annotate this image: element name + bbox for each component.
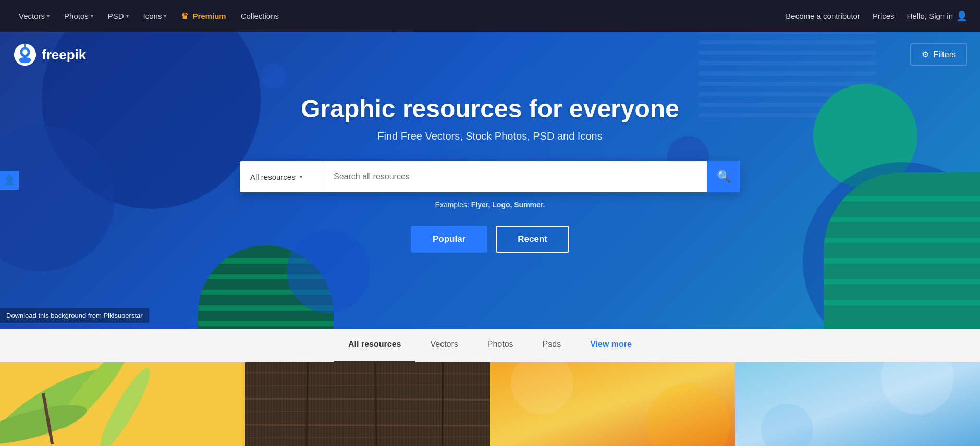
- hero-buttons: Popular Recent: [411, 226, 569, 253]
- hero-title: Graphic resources for everyone: [301, 94, 679, 123]
- tab-view-more[interactable]: View more: [575, 329, 646, 362]
- thumbnail-3[interactable]: [490, 362, 735, 446]
- crown-icon: ♛: [181, 11, 188, 21]
- nav-psd-label: PSD: [108, 11, 124, 20]
- nav-photos-label: Photos: [64, 11, 89, 20]
- nav-vectors-chevron: ▾: [47, 13, 50, 19]
- thumbnails-row: [0, 362, 980, 446]
- tab-photos[interactable]: Photos: [473, 329, 528, 362]
- search-type-label: All resources: [250, 172, 296, 181]
- nav-item-psd[interactable]: PSD ▾: [102, 7, 135, 24]
- examples-prefix: Examples:: [435, 201, 469, 209]
- top-navigation: Vectors ▾ Photos ▾ PSD ▾ Icons ▾ ♛ Premi…: [0, 0, 980, 32]
- category-tabs: All resources Vectors Photos Psds View m…: [0, 329, 980, 362]
- logo-area[interactable]: freepik: [13, 42, 86, 67]
- search-type-dropdown[interactable]: All resources ▾: [240, 161, 323, 192]
- examples-values: Flyer, Logo, Summer.: [471, 201, 545, 209]
- user-widget-left[interactable]: 👤: [0, 171, 19, 190]
- recent-button[interactable]: Recent: [496, 226, 569, 253]
- deco-circle-mid: [287, 230, 370, 313]
- search-examples: Examples: Flyer, Logo, Summer.: [435, 201, 545, 209]
- user-icon: 👤: [956, 10, 967, 22]
- tab-all-resources[interactable]: All resources: [334, 329, 415, 362]
- nav-prices[interactable]: Prices: [873, 11, 895, 20]
- nav-item-photos[interactable]: Photos ▾: [58, 7, 100, 24]
- thumbnail-1[interactable]: [0, 362, 245, 446]
- svg-point-23: [19, 57, 31, 64]
- nav-icons-chevron: ▾: [164, 13, 166, 19]
- svg-point-22: [22, 49, 28, 55]
- nav-left: Vectors ▾ Photos ▾ PSD ▾ Icons ▾ ♛ Premi…: [13, 7, 786, 25]
- filters-button[interactable]: ⚙ Filters: [910, 43, 967, 66]
- thumb-4-image: [735, 362, 980, 446]
- logo-text: freepik: [42, 47, 86, 63]
- thumb-1-image: [0, 362, 245, 446]
- thumbnail-4[interactable]: [735, 362, 980, 446]
- nav-vectors-label: Vectors: [19, 11, 45, 20]
- nav-premium-label: Premium: [192, 11, 226, 20]
- search-bar: All resources ▾ 🔍: [240, 161, 740, 192]
- nav-right: Become a contributor Prices Hello, Sign …: [786, 10, 967, 22]
- nav-sign-in[interactable]: Hello, Sign in 👤: [907, 10, 967, 22]
- filters-label: Filters: [933, 50, 956, 59]
- nav-psd-chevron: ▾: [126, 13, 129, 19]
- thumb-2-overlay: [245, 362, 490, 446]
- nav-item-vectors[interactable]: Vectors ▾: [13, 7, 56, 24]
- user-widget-icon: 👤: [4, 175, 15, 186]
- nav-item-collections[interactable]: Collections: [235, 7, 285, 24]
- nav-become-contributor[interactable]: Become a contributor: [786, 11, 860, 20]
- search-button[interactable]: 🔍: [707, 161, 740, 192]
- svg-point-25: [24, 43, 26, 45]
- tab-vectors[interactable]: Vectors: [415, 329, 472, 362]
- search-dropdown-chevron: ▾: [300, 174, 302, 180]
- hero-content: Graphic resources for everyone Find Free…: [301, 94, 679, 161]
- hero-section: freepik ⚙ Filters 👤 Graphic resources fo…: [0, 32, 980, 329]
- deco-circle-sm2: [261, 63, 287, 89]
- freepik-logo-icon: [13, 42, 38, 67]
- nav-icons-label: Icons: [143, 11, 162, 20]
- popular-button[interactable]: Popular: [411, 226, 487, 253]
- thumbnail-2[interactable]: [245, 362, 490, 446]
- nav-photos-chevron: ▾: [91, 13, 93, 19]
- bg-credit: Download this background from Pikisupers…: [0, 308, 149, 323]
- filters-icon: ⚙: [922, 49, 929, 59]
- deco-quarter-teal: [824, 172, 980, 329]
- nav-item-premium[interactable]: ♛ Premium: [175, 7, 232, 25]
- nav-item-icons[interactable]: Icons ▾: [137, 7, 173, 24]
- search-input[interactable]: [323, 161, 707, 192]
- search-icon: 🔍: [717, 170, 731, 183]
- nav-collections-label: Collections: [241, 11, 279, 20]
- hero-subtitle: Find Free Vectors, Stock Photos, PSD and…: [301, 130, 679, 142]
- tab-psds[interactable]: Psds: [528, 329, 576, 362]
- thumb-3-image: [490, 362, 735, 446]
